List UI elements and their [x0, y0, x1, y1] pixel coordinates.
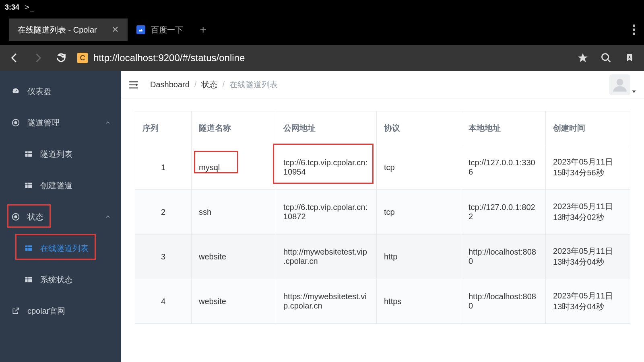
cell-seq: 3 — [135, 234, 192, 279]
bookmark-star-icon[interactable] — [576, 51, 590, 65]
sidebar-item-label: cpolar官网 — [27, 306, 65, 317]
col-proto: 协议 — [377, 111, 461, 145]
svg-rect-4 — [25, 151, 32, 156]
sidebar-item-dashboard[interactable]: 仪表盘 — [0, 76, 121, 107]
external-link-icon — [10, 307, 21, 315]
svg-point-21 — [617, 79, 623, 86]
browser-tab-bar: 在线隧道列表 - Cpolar ✕ 百度一下 + — [0, 14, 644, 45]
cell-name: website — [192, 234, 276, 279]
terminal-prompt-icon: >_ — [25, 3, 35, 12]
cell-created: 2023年05月11日 13时34分02秒 — [546, 190, 630, 234]
address-bar[interactable]: C http://localhost:9200/#/status/online — [77, 52, 567, 64]
cell-public-text: tcp://6.tcp.vip.cpolar.cn:10954 — [283, 158, 367, 176]
sidebar-toggle-icon[interactable] — [128, 80, 139, 89]
svg-line-1 — [608, 60, 611, 62]
col-local: 本地地址 — [461, 111, 546, 145]
tab-inactive[interactable]: 百度一下 — [128, 19, 192, 41]
user-avatar-menu[interactable] — [609, 74, 630, 95]
tab-active[interactable]: 在线隧道列表 - Cpolar ✕ — [9, 19, 128, 41]
baidu-favicon-icon — [136, 25, 145, 34]
breadcrumb-separator: / — [222, 80, 225, 89]
svg-point-0 — [602, 54, 609, 60]
clock: 3:34 — [5, 3, 19, 12]
cell-created: 2023年05月11日 15时34分56秒 — [546, 145, 630, 190]
sidebar-item-label: 系统状态 — [40, 274, 72, 285]
table-icon — [23, 276, 34, 284]
table-container: 序列 隧道名称 公网地址 协议 本地地址 创建时间 1 mysql — [121, 99, 644, 336]
url-text: http://localhost:9200/#/status/online — [93, 52, 245, 64]
svg-rect-12 — [25, 245, 32, 251]
cell-public: tcp://6.tcp.vip.cpolar.cn:10954 — [276, 145, 377, 190]
svg-point-3 — [14, 121, 17, 124]
table-icon — [23, 244, 34, 252]
target-icon — [10, 212, 21, 221]
reload-button[interactable] — [54, 51, 68, 65]
chevron-up-icon — [105, 120, 111, 125]
sidebar-item-label: 隧道管理 — [27, 117, 60, 128]
sidebar-item-online-list[interactable]: 在线隧道列表 — [0, 232, 121, 264]
cell-public: tcp://6.tcp.vip.cpolar.cn:10872 — [276, 190, 377, 234]
table-row: 4 website https://mywebsitetest.vip.cpol… — [135, 279, 630, 324]
dashboard-icon — [10, 87, 21, 96]
sidebar: 仪表盘 隧道管理 隧道列表 创建隧道 状态 — [0, 71, 121, 362]
table-header-row: 序列 隧道名称 公网地址 协议 本地地址 创建时间 — [135, 111, 630, 145]
col-created: 创建时间 — [546, 111, 630, 145]
browser-toolbar: C http://localhost:9200/#/status/online — [0, 45, 644, 71]
cell-local: http://localhost:8080 — [461, 279, 546, 324]
back-button[interactable] — [7, 51, 22, 65]
table-row: 3 website http://mywebsitetest.vip.cpola… — [135, 234, 630, 279]
breadcrumb: Dashboard / 状态 / 在线隧道列表 — [150, 79, 278, 90]
site-identity-icon: C — [77, 53, 88, 63]
close-icon[interactable]: ✕ — [111, 25, 119, 35]
bookmarks-icon[interactable] — [622, 51, 637, 65]
table-row: 2 ssh tcp://6.tcp.vip.cpolar.cn:10872 tc… — [135, 190, 630, 234]
tab-title: 百度一下 — [151, 25, 183, 35]
sidebar-item-label: 创建隧道 — [40, 180, 72, 191]
col-public: 公网地址 — [276, 111, 377, 145]
cell-proto: tcp — [377, 145, 461, 190]
cell-public: http://mywebsitetest.vip.cpolar.cn — [276, 234, 377, 279]
search-icon[interactable] — [599, 51, 613, 65]
sidebar-item-tunnel-list[interactable]: 隧道列表 — [0, 138, 121, 170]
sidebar-item-label: 状态 — [27, 212, 43, 222]
breadcrumb-separator: / — [194, 80, 197, 89]
cell-name: mysql — [192, 145, 276, 190]
chevron-up-icon — [105, 214, 111, 220]
cell-seq: 4 — [135, 279, 192, 324]
sidebar-item-status[interactable]: 状态 — [0, 201, 121, 232]
cell-name: ssh — [192, 190, 276, 234]
cell-proto: http — [377, 234, 461, 279]
cell-public: https://mywebsitetest.vip.cpolar.cn — [276, 279, 377, 324]
tab-title: 在线隧道列表 - Cpolar — [18, 25, 97, 35]
main-panel: Dashboard / 状态 / 在线隧道列表 序列 隧道名称 公网地址 — [121, 71, 644, 362]
cell-proto: https — [377, 279, 461, 324]
cell-created: 2023年05月11日 13时34分04秒 — [546, 279, 630, 324]
sidebar-item-official-site[interactable]: cpolar官网 — [0, 295, 121, 327]
cell-seq: 2 — [135, 190, 192, 234]
col-name: 隧道名称 — [192, 111, 276, 145]
sidebar-item-tunnel-create[interactable]: 创建隧道 — [0, 170, 121, 201]
table-icon — [23, 150, 34, 158]
forward-button[interactable] — [31, 51, 45, 65]
cell-proto: tcp — [377, 190, 461, 234]
breadcrumb-current: 在线隧道列表 — [229, 79, 278, 90]
sidebar-item-label: 仪表盘 — [27, 86, 52, 97]
cell-created: 2023年05月11日 13时34分04秒 — [546, 234, 630, 279]
new-tab-button[interactable]: + — [192, 19, 215, 41]
sidebar-item-system-status[interactable]: 系统状态 — [0, 264, 121, 295]
table-icon — [23, 181, 34, 189]
cell-local: tcp://127.0.0.1:3306 — [461, 145, 546, 190]
cell-local: tcp://127.0.0.1:8022 — [461, 190, 546, 234]
android-status-bar: 3:34 >_ — [0, 0, 644, 14]
content-topbar: Dashboard / 状态 / 在线隧道列表 — [121, 71, 644, 99]
tunnel-table: 序列 隧道名称 公网地址 协议 本地地址 创建时间 1 mysql — [135, 111, 630, 324]
svg-point-11 — [14, 216, 17, 218]
svg-rect-7 — [25, 183, 32, 188]
col-seq: 序列 — [135, 111, 192, 145]
sidebar-item-label: 隧道列表 — [40, 149, 72, 160]
breadcrumb-status[interactable]: 状态 — [201, 79, 217, 90]
breadcrumb-dashboard[interactable]: Dashboard — [150, 80, 190, 89]
sidebar-item-tunnel-mgmt[interactable]: 隧道管理 — [0, 107, 121, 138]
tab-overflow-menu-icon[interactable] — [633, 22, 635, 38]
cell-seq: 1 — [135, 145, 192, 190]
